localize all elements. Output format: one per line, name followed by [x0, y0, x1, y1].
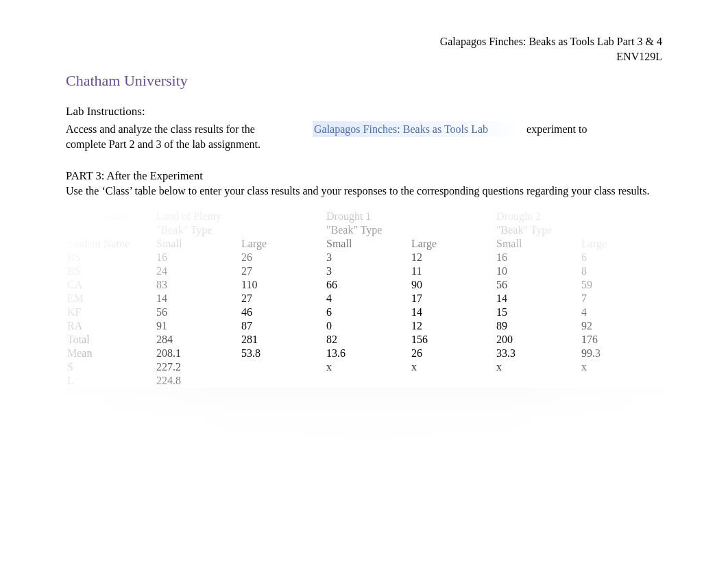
- hdr-small: Small: [325, 237, 410, 251]
- table-row-s: S 227.2 x x x x: [66, 360, 665, 374]
- cell: 33.3: [495, 347, 580, 360]
- hdr-large: Large: [240, 237, 325, 251]
- cell: 66: [325, 278, 410, 292]
- cell: [495, 374, 580, 388]
- part3-heading: PART 3: After the Experiment: [66, 168, 662, 184]
- table-row-l: L 224.8: [66, 374, 665, 388]
- table-row-empty: [66, 388, 665, 401]
- table-row-total: Total 284 281 82 156 200 176: [66, 333, 665, 347]
- cell: 17: [410, 292, 495, 305]
- hdr-beak-d1: "Beak" Type: [325, 223, 495, 237]
- hdr-drought-2: Drought 2: [495, 210, 665, 223]
- doc-title: Galapagos Finches: Beaks as Tools Lab Pa…: [66, 34, 662, 49]
- cell: 89: [495, 319, 580, 333]
- cell: 281: [240, 333, 325, 347]
- hdr-small: Small: [155, 237, 240, 251]
- cell-name: RA: [66, 319, 155, 333]
- cell: x: [325, 360, 410, 374]
- cell: 284: [155, 333, 240, 347]
- hdr-land-of-plenty: Land of Plenty: [155, 210, 325, 223]
- cell: [240, 360, 325, 374]
- cell: 3: [325, 264, 410, 278]
- cell: 87: [240, 319, 325, 333]
- class-results-table: Class Results Land of Plenty Drought 1 D…: [66, 210, 665, 442]
- cell-name: Mean: [66, 347, 155, 360]
- part3-body: Use the ‘Class’ table below to enter you…: [66, 184, 662, 199]
- cell: 12: [410, 319, 495, 333]
- cell: 8: [580, 264, 665, 278]
- cell: 82: [325, 333, 410, 347]
- cell: 14: [495, 292, 580, 305]
- cell: 59: [580, 278, 665, 292]
- table-row-mean: Mean 208.1 53.8 13.6 26 33.3 99.3: [66, 347, 665, 360]
- instr-text-cont: complete Part 2 and 3 of the lab assignm…: [66, 137, 662, 152]
- cell: 208.1: [155, 347, 240, 360]
- table-header-row-1: Class Results Land of Plenty Drought 1 D…: [66, 210, 665, 223]
- table-row: RA 91 87 0 12 89 92: [66, 319, 665, 333]
- table-header-row-3: Student Name Small Large Small Large Sma…: [66, 237, 665, 251]
- cell: 10: [495, 264, 580, 278]
- table-row: KF 56 46 6 14 15 4: [66, 305, 665, 319]
- cell: 11: [410, 264, 495, 278]
- hdr-beak-lop: "Beak" Type: [155, 223, 325, 237]
- instr-text-before-link: Access and analyze the class results for…: [66, 122, 313, 137]
- cell: 99.3: [580, 347, 665, 360]
- hdr-class-results: Class Results: [66, 210, 155, 223]
- cell-name: Total: [66, 333, 155, 347]
- cell: 26: [410, 347, 495, 360]
- cell: 12: [410, 251, 495, 264]
- page-header: Galapagos Finches: Beaks as Tools Lab Pa…: [66, 34, 662, 65]
- cell-name: S: [66, 360, 155, 374]
- cell: 0: [325, 319, 410, 333]
- cell: 14: [155, 292, 240, 305]
- cell: 6: [325, 305, 410, 319]
- cell: 16: [155, 251, 240, 264]
- cell-name: EM: [66, 292, 155, 305]
- hdr-beak-d2: "Beak" Type: [495, 223, 665, 237]
- cell: 6: [580, 251, 665, 264]
- university-name: Chatham University: [66, 72, 662, 90]
- cell: 24: [155, 264, 240, 278]
- instr-text-after-link: experiment to: [526, 122, 587, 137]
- cell: [240, 374, 325, 388]
- cell: 224.8: [155, 374, 240, 388]
- cell: 92: [580, 319, 665, 333]
- cell: [410, 374, 495, 388]
- hdr-student-name: Student Name: [66, 237, 155, 251]
- lab-instructions-label: Lab Instructions:: [66, 105, 662, 118]
- cell: 14: [410, 305, 495, 319]
- hdr-small: Small: [495, 237, 580, 251]
- table-row: CA 83 110 66 90 56 59: [66, 278, 665, 292]
- cell: 4: [325, 292, 410, 305]
- cell: 227.2: [155, 360, 240, 374]
- cell: [325, 374, 410, 388]
- hdr-large: Large: [410, 237, 495, 251]
- cell: 90: [410, 278, 495, 292]
- cell: [580, 374, 665, 388]
- cell: 7: [580, 292, 665, 305]
- hdr-drought-1: Drought 1: [325, 210, 495, 223]
- table-row: EM 14 27 4 17 14 7: [66, 292, 665, 305]
- hdr-large: Large: [580, 237, 665, 251]
- cell: 110: [240, 278, 325, 292]
- cell: x: [580, 360, 665, 374]
- cell: 26: [240, 251, 325, 264]
- lab-link[interactable]: Galapagos Finches: Beaks as Tools Lab: [313, 121, 522, 138]
- cell: 83: [155, 278, 240, 292]
- table-row: BS 24 27 3 11 10 8: [66, 264, 665, 278]
- cell: 27: [240, 292, 325, 305]
- cell: 56: [495, 278, 580, 292]
- cell: 27: [240, 264, 325, 278]
- cell-name: BS: [66, 251, 155, 264]
- cell-name: KF: [66, 305, 155, 319]
- cell: 3: [325, 251, 410, 264]
- table-row-empty: [66, 415, 665, 429]
- cell: 156: [410, 333, 495, 347]
- table-row-empty: [66, 429, 665, 442]
- table-row: BS 16 26 3 12 16 6: [66, 251, 665, 264]
- cell: 91: [155, 319, 240, 333]
- cell: x: [495, 360, 580, 374]
- cell-name: CA: [66, 278, 155, 292]
- cell: 13.6: [325, 347, 410, 360]
- lab-instructions-body: Access and analyze the class results for…: [66, 121, 662, 152]
